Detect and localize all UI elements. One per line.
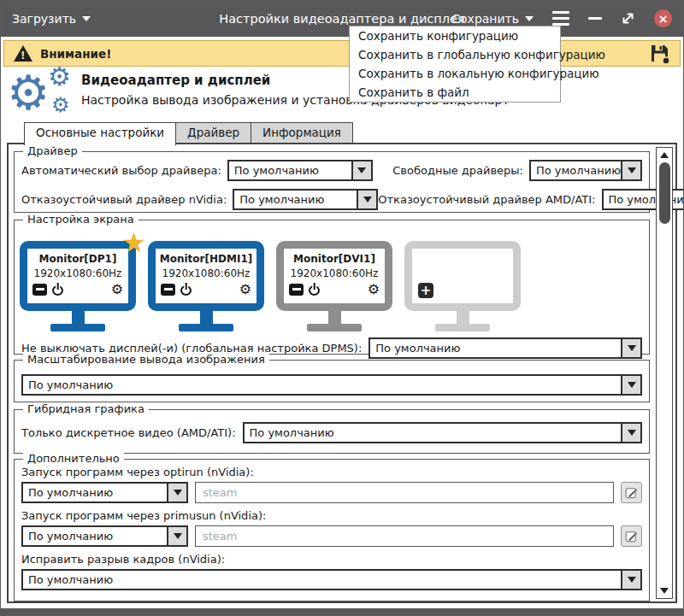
primary-star-icon: ★ (121, 229, 146, 256)
page-title: Видеоадаптер и дисплей (81, 73, 270, 88)
titlebar: Загрузить Настройки видеоадаптера и дисп… (0, 0, 684, 37)
save-floppy-icon[interactable] (649, 43, 670, 64)
primusrun-command-input[interactable] (195, 525, 614, 547)
menu-item-save-global-config[interactable]: Сохранить в глобальную конфигурацию (350, 45, 560, 64)
group-title: Драйвер (23, 144, 82, 157)
dropdown-arrow-icon[interactable] (621, 376, 640, 394)
monitor-card-hdmi1[interactable]: Monitor[HDMI1] 1920x1080:60Hz ⚙ (148, 241, 264, 331)
optirun-label: Запуск программ через optirun (nVidia): (15, 466, 649, 478)
dropdown-arrow-icon[interactable] (167, 527, 186, 545)
group-title: Дополнительно (23, 452, 124, 465)
primusrun-select[interactable]: По умолчанию (21, 525, 188, 547)
monitor-name: Monitor[HDMI1] (159, 251, 253, 267)
tearfree-label: Исправить разрыв кадров (nVidia): (15, 553, 649, 566)
close-icon[interactable]: × (654, 9, 672, 27)
window-title: Настройки видеоадаптера и дисплея (219, 12, 464, 26)
tab-bar: Основные настройки Драйвер Информация (24, 122, 353, 145)
monitor-card-dp1[interactable]: ★ Monitor[DP1] 1920x1080:60Hz ⚙ (20, 241, 136, 331)
monitor-mode: 1920x1080:60Hz (287, 267, 381, 281)
group-title: Гибридная графика (23, 402, 149, 415)
dropdown-arrow-icon[interactable] (621, 339, 640, 357)
load-menu-label: Загрузить (12, 12, 76, 26)
tab-driver[interactable]: Драйвер (176, 122, 251, 144)
discrete-video-label: Только дискретное видео (AMD/ATI): (21, 426, 236, 439)
warning-triangle-icon: ! (14, 45, 32, 62)
window-bottom-edge (0, 608, 684, 616)
chevron-down-icon (525, 16, 534, 21)
scaling-group: Масштабирование вывода изображения По ум… (14, 360, 650, 402)
scroll-down-button[interactable] (657, 584, 672, 597)
tab-information[interactable]: Информация (251, 122, 353, 144)
settings-panel: Драйвер Автоматический выбор драйвера: П… (7, 143, 677, 603)
discrete-video-select[interactable]: По умолчанию (243, 422, 642, 443)
chevron-down-icon (82, 16, 91, 21)
tearfree-select[interactable]: По умолчанию (21, 569, 642, 590)
warning-text: Внимание! (40, 47, 111, 61)
monitor-settings-gear-icon[interactable]: ⚙ (368, 283, 380, 296)
auto-driver-select[interactable]: По умолчанию (227, 160, 373, 181)
edit-pencil-icon[interactable] (621, 525, 642, 547)
add-monitor-icon[interactable]: + (418, 283, 433, 298)
disable-monitor-icon[interactable] (161, 284, 175, 296)
monitor-name: Monitor[DP1] (31, 251, 125, 267)
group-title: Настройка экрана (23, 213, 139, 226)
menu-item-save-local-config[interactable]: Сохранить в локальную конфигурацию (350, 64, 560, 83)
tab-main-settings[interactable]: Основные настройки (24, 122, 176, 145)
minimize-icon[interactable] (588, 17, 602, 21)
monitor-name: Monitor[DVI1] (287, 251, 381, 267)
monitor-mode: 1920x1080:60Hz (159, 267, 253, 281)
monitor-mode: 1920x1080:60Hz (31, 267, 125, 281)
dropdown-arrow-icon[interactable] (621, 571, 640, 589)
failsafe-amd-label: Отказоустойчивый драйвер AMD/ATI: (378, 193, 595, 206)
hamburger-menu-icon[interactable] (552, 11, 569, 26)
monitor-card-dvi1[interactable]: Monitor[DVI1] 1920x1080:60Hz ⚙ (276, 241, 392, 331)
dropdown-arrow-icon[interactable] (351, 161, 371, 179)
primusrun-label: Запуск программ через primusun (nVidia): (15, 509, 649, 522)
scroll-up-button[interactable] (657, 149, 672, 161)
resize-icon[interactable] (621, 11, 635, 26)
dropdown-arrow-icon[interactable] (167, 484, 186, 502)
menu-item-save-to-file[interactable]: Сохранить в файл (350, 83, 560, 102)
auto-driver-label: Автоматический выбор драйвера: (21, 164, 221, 177)
optirun-select[interactable]: По умолчанию (21, 482, 188, 503)
free-drivers-label: Свободные драйверы: (392, 164, 523, 177)
power-icon[interactable] (180, 284, 192, 296)
vertical-scrollbar[interactable] (656, 147, 673, 599)
power-icon[interactable] (309, 284, 320, 296)
free-drivers-select[interactable]: По умолчанию (529, 160, 642, 181)
disable-monitor-icon[interactable] (32, 284, 47, 296)
driver-group: Драйвер Автоматический выбор драйвера: П… (14, 151, 650, 213)
scrollbar-thumb[interactable] (659, 162, 670, 224)
hybrid-graphics-group: Гибридная графика Только дискретное виде… (14, 409, 650, 454)
dpms-select[interactable]: По умолчанию (369, 337, 642, 359)
menu-item-save-config[interactable]: Сохранить конфигурацию (350, 26, 560, 45)
failsafe-nvidia-label: Отказоустойчивый драйвер nVidia: (21, 193, 227, 206)
dropdown-arrow-icon[interactable] (621, 161, 640, 179)
dropdown-arrow-icon[interactable] (357, 191, 376, 208)
dropdown-arrow-icon[interactable] (621, 424, 640, 442)
group-title: Масштабирование вывода изображения (23, 353, 269, 366)
optirun-command-input[interactable] (195, 482, 614, 503)
monitor-settings-gear-icon[interactable]: ⚙ (111, 283, 123, 296)
gears-logo-icon: ⚙ ⚙ ⚙ (7, 67, 79, 120)
edit-pencil-icon[interactable] (621, 482, 642, 503)
monitor-card-empty[interactable]: + (404, 241, 521, 331)
power-icon[interactable] (52, 284, 63, 296)
screen-settings-group: Настройка экрана ★ Monitor[DP1] 1920x108… (14, 220, 650, 355)
failsafe-nvidia-select[interactable]: По умолчанию (233, 189, 378, 210)
scaling-select[interactable]: По умолчанию (21, 374, 642, 396)
extra-group: Дополнительно Запуск программ через opti… (14, 459, 650, 601)
save-dropdown-menu: Сохранить конфигурацию Сохранить в глоба… (349, 26, 561, 103)
load-menu-button[interactable]: Загрузить (12, 12, 91, 26)
disable-monitor-icon[interactable] (289, 284, 304, 296)
monitor-settings-gear-icon[interactable]: ⚙ (239, 283, 251, 296)
